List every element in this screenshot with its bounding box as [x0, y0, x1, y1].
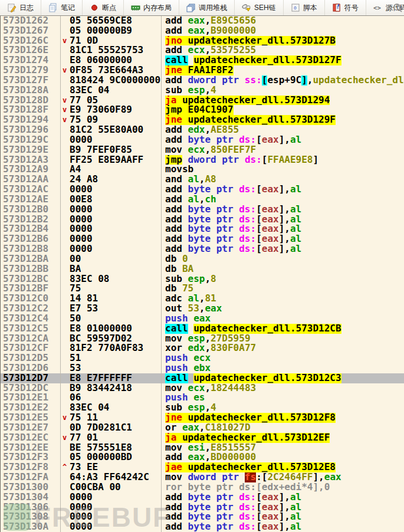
disasm-row[interactable]: 573D1274E8 06000000call updatechecker_dl… [1, 55, 404, 65]
tab-symbols[interactable]: 符号 [325, 0, 366, 15]
tab-script[interactable]: o脚本 [284, 0, 325, 15]
disasm-row[interactable]: 573D12E283EC 04sub esp,4 [1, 403, 404, 413]
opcode-bytes-cell: 0D 7D0281C1 [70, 423, 132, 433]
breakpoint-icon [90, 3, 99, 12]
disasm-row[interactable]: 573D12B60000add byte ptr ds:[eax],al [1, 234, 404, 244]
disasm-row[interactable]: 573D12CABC 59597D02mov esp,27D5959 [1, 334, 404, 344]
seh-chain-icon [242, 3, 251, 12]
address-cell: 573D12C2 [1, 304, 61, 314]
opcode-bytes-cell: 81C2 55E80A00 [70, 125, 143, 135]
address-cell: 573D1304 [1, 492, 61, 503]
disasm-row[interactable]: 573D12CF81F2 770A0F83xor edx,830F0A77 [1, 343, 404, 353]
instruction-cell: add eax,E89C5656 [162, 16, 404, 26]
disasm-row[interactable]: 573D12E106push es [1, 393, 404, 403]
disasm-row[interactable]: 573D12D653push ebx [1, 363, 404, 373]
disasm-row[interactable]: 573D12DCB9 83442418mov ecx,18244483 [1, 383, 404, 393]
tab-seh-chain[interactable]: SEH链 [235, 0, 284, 15]
disasm-row[interactable]: 573D1294v75 09jne updatechecker_dll.573D… [1, 115, 404, 125]
tab-memory-map[interactable]: 内存布局 [124, 0, 179, 15]
disasm-row[interactable]: 573D12C450push eax [1, 314, 404, 324]
disasm-row[interactable]: 573D1300C00CBA 00ror byte ptr ds:[edx+ed… [1, 482, 404, 492]
disasm-row[interactable]: 573D13060000add byte ptr ds:[eax],al [1, 503, 404, 513]
instruction-cell: add byte ptr ds:[eax],al [162, 244, 404, 254]
disasm-row[interactable]: 573D12BBBAdb BA [1, 264, 404, 274]
instruction-cell: add dword ptr ss:[esp+9C],updatechecker_… [162, 75, 404, 86]
disasm-row[interactable]: 573D13080000add byte ptr ds:[eax],al [1, 512, 404, 522]
tab-notes[interactable]: 笔记 [41, 0, 83, 15]
disasm-row[interactable]: 573D12D551push ecx [1, 353, 404, 363]
disasm-row[interactable]: 573D12BF75db 75 [1, 284, 404, 294]
address-cell: 573D129C [1, 135, 61, 145]
disasm-row[interactable]: 573D12A3FF25 E8E9AAFFjmp dword ptr ds:[F… [1, 155, 404, 165]
address-cell: 573D12F8 [1, 462, 61, 472]
arrow-spacer [61, 75, 70, 86]
disasm-row[interactable]: 573D126705 000000B9add eax,B9000000 [1, 26, 404, 36]
disasm-row[interactable]: 573D12A9A4movsb [1, 165, 404, 175]
disasm-row[interactable]: 573D128A83EC 04sub esp,4 [1, 86, 404, 96]
address-cell: 573D126E [1, 45, 61, 55]
arrow-spacer [61, 244, 70, 254]
disasm-row-selected[interactable]: 573D12D7E8 E7FFFFFFcall updatechecker_dl… [1, 373, 404, 383]
arrow-spacer [61, 274, 70, 284]
disasm-row[interactable]: 573D12C014 81adc al,81 [1, 294, 404, 304]
disasm-row[interactable]: 573D12E5v75 11jne updatechecker_dll.573D… [1, 413, 404, 423]
disasm-row[interactable]: 573D1279v0F85 73E664A3jne FAA1F8F2 [1, 65, 404, 75]
address-cell: 573D12BA [1, 254, 61, 264]
disasm-row[interactable]: 573D128FvE9 73060F89jmp E04C1907 [1, 105, 404, 115]
address-cell: 573D1296 [1, 125, 61, 135]
disasm-row[interactable]: 573D12C2E7 53out 53,eax [1, 304, 404, 314]
disasm-row[interactable]: 573D12AA24 A8and al,A8 [1, 175, 404, 185]
arrow-spacer [61, 55, 70, 65]
arrow-spacer [61, 185, 70, 195]
disasm-row[interactable]: 573D12B00000add byte ptr ds:[eax],al [1, 205, 404, 215]
disasm-row[interactable]: 573D12AC0000add byte ptr ds:[eax],al [1, 185, 404, 195]
search-icon[interactable] [392, 2, 403, 13]
address-cell: 573D12B8 [1, 244, 61, 254]
disasm-row[interactable]: 573D12B20000add byte ptr ds:[eax],al [1, 215, 404, 225]
disasm-row[interactable]: 573D127F818424 9C0000000add dword ptr ss… [1, 75, 404, 86]
opcode-bytes-cell: 0000 [70, 224, 93, 234]
instruction-cell: call updatechecker_dll.573D127F [162, 55, 404, 65]
disasm-row[interactable]: 573D12C5E8 01000000call updatechecker_dl… [1, 324, 404, 334]
address-cell: 573D127F [1, 75, 61, 86]
disasm-row[interactable]: 573D126205 56569CE8add eax,E89C5656 [1, 16, 404, 26]
address-cell: 573D129E [1, 145, 61, 155]
disasm-row[interactable]: 573D126Cv71 0Djno updatechecker_dll.573D… [1, 36, 404, 46]
disasm-row[interactable]: 573D12ECv77 01ja updatechecker_dll.573D1… [1, 433, 404, 443]
instruction-cell: jne FAA1F8F2 [162, 65, 404, 75]
disasm-row[interactable]: 573D128Dv77 05ja updatechecker_dll.573D1… [1, 96, 404, 106]
address-cell: 573D12BF [1, 284, 61, 294]
disasm-row[interactable]: 573D12F305 000000BDadd eax,BD000000 [1, 452, 404, 462]
arrow-spacer [61, 195, 70, 205]
address-cell: 573D12CF [1, 343, 61, 353]
disasm-row[interactable]: 573D129EB9 7FEF0F85mov ecx,850FEF7F [1, 145, 404, 155]
instruction-cell: jmp E04C1907 [162, 105, 404, 115]
disasm-row[interactable]: 573D12AE00E8add al,ch [1, 195, 404, 205]
disasm-row[interactable]: 573D126E81C1 55525753add ecx,53575255 [1, 45, 404, 55]
disasm-row[interactable]: 573D130A0000add byte ptr ds:[eax],al [1, 522, 404, 532]
disasm-row[interactable]: 573D12BA00db 0 [1, 254, 404, 264]
tab-breakpoints[interactable]: 断点 [83, 0, 124, 15]
disasm-row[interactable]: 573D129681C2 55E80A00add edx,AE855 [1, 125, 404, 135]
arrow-spacer [61, 45, 70, 55]
opcode-bytes-cell: 51 [70, 353, 81, 363]
instruction-cell: ror byte ptr ds:[edx+edi*4],0 [162, 482, 404, 492]
disasm-row[interactable]: 573D12FA64:A3 FF64242Cmov dword ptr fs:[… [1, 472, 404, 482]
instruction-cell: jno updatechecker_dll.573D127B [162, 36, 404, 46]
disasm-row[interactable]: 573D12EEBE 575551E8mov esi,E8515557 [1, 443, 404, 453]
disasm-row[interactable]: 573D13040000add byte ptr ds:[eax],al [1, 492, 404, 503]
tab-label: 符号 [344, 3, 359, 13]
tab-log[interactable]: 日志 [0, 0, 41, 15]
script-icon: o [291, 3, 300, 12]
opcode-bytes-cell: 14 81 [70, 294, 98, 304]
disasm-row[interactable]: 573D12F8^73 EEjae updatechecker_dll.573D… [1, 462, 404, 472]
disasm-row[interactable]: 573D12B80000add byte ptr ds:[eax],al [1, 244, 404, 254]
address-cell: 573D12C4 [1, 314, 61, 324]
disasm-row[interactable]: 573D129C0000add byte ptr ds:[eax],al [1, 135, 404, 145]
disasm-row[interactable]: 573D12B40000add byte ptr ds:[eax],al [1, 224, 404, 234]
disasm-row[interactable]: 573D12E70D 7D0281C1or eax,C181027D [1, 423, 404, 433]
instruction-cell: mov ecx,850FEF7F [162, 145, 404, 155]
instruction-cell: add byte ptr ds:[eax],al [162, 205, 404, 215]
tab-call-stack[interactable]: 调用堆栈 [179, 0, 235, 15]
disasm-row[interactable]: 573D12BC83EC 08sub esp,8 [1, 274, 404, 284]
